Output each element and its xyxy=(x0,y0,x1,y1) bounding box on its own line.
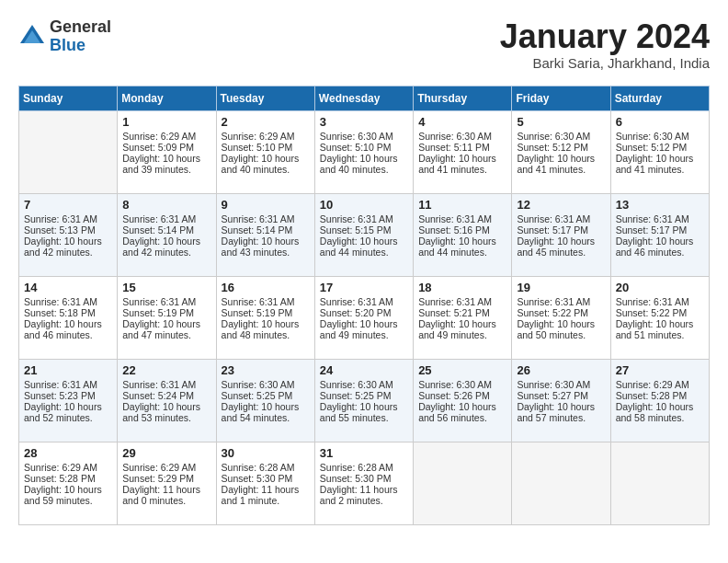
day-number: 7 xyxy=(24,198,112,212)
sunset-text: Sunset: 5:11 PM xyxy=(418,142,506,153)
calendar-cell: 19Sunrise: 6:31 AMSunset: 5:22 PMDayligh… xyxy=(512,276,610,359)
weekday-header: Monday xyxy=(118,86,216,110)
sunset-text: Sunset: 5:15 PM xyxy=(320,224,408,236)
weekday-header: Saturday xyxy=(610,86,709,110)
day-number: 2 xyxy=(222,115,310,129)
sunrise-text: Sunrise: 6:31 AM xyxy=(24,379,112,390)
calendar-table: SundayMondayTuesdayWednesdayThursdayFrid… xyxy=(18,86,710,525)
sunset-text: Sunset: 5:09 PM xyxy=(122,142,210,153)
sunrise-text: Sunrise: 6:31 AM xyxy=(320,296,408,307)
daylight-text: Daylight: 10 hours and 59 minutes. xyxy=(24,484,112,506)
daylight-text: Daylight: 10 hours and 42 minutes. xyxy=(122,236,210,258)
sunset-text: Sunset: 5:23 PM xyxy=(24,390,112,401)
calendar-cell xyxy=(19,110,118,193)
daylight-text: Daylight: 11 hours and 2 minutes. xyxy=(320,484,408,506)
day-number: 30 xyxy=(222,446,310,460)
sunrise-text: Sunrise: 6:31 AM xyxy=(122,379,210,390)
logo-general: General xyxy=(50,18,111,37)
daylight-text: Daylight: 10 hours and 57 minutes. xyxy=(517,401,605,423)
sunset-text: Sunset: 5:13 PM xyxy=(24,224,112,236)
calendar-cell: 27Sunrise: 6:29 AMSunset: 5:28 PMDayligh… xyxy=(610,359,709,442)
day-number: 8 xyxy=(122,198,210,212)
calendar-cell: 4Sunrise: 6:30 AMSunset: 5:11 PMDaylight… xyxy=(414,110,512,193)
sunset-text: Sunset: 5:30 PM xyxy=(222,473,310,484)
daylight-text: Daylight: 10 hours and 55 minutes. xyxy=(320,401,408,423)
calendar-cell xyxy=(512,442,610,524)
calendar-cell: 17Sunrise: 6:31 AMSunset: 5:20 PMDayligh… xyxy=(314,276,413,359)
sunset-text: Sunset: 5:17 PM xyxy=(517,224,605,236)
daylight-text: Daylight: 10 hours and 48 minutes. xyxy=(222,318,310,340)
sunrise-text: Sunrise: 6:31 AM xyxy=(222,213,310,224)
daylight-text: Daylight: 10 hours and 42 minutes. xyxy=(24,236,112,258)
calendar-cell: 12Sunrise: 6:31 AMSunset: 5:17 PMDayligh… xyxy=(512,193,610,276)
sunrise-text: Sunrise: 6:31 AM xyxy=(418,213,506,224)
calendar-cell: 7Sunrise: 6:31 AMSunset: 5:13 PMDaylight… xyxy=(19,193,118,276)
daylight-text: Daylight: 10 hours and 53 minutes. xyxy=(122,401,210,423)
day-number: 18 xyxy=(418,281,506,294)
sunset-text: Sunset: 5:10 PM xyxy=(222,142,310,153)
sunset-text: Sunset: 5:29 PM xyxy=(122,473,210,484)
daylight-text: Daylight: 10 hours and 40 minutes. xyxy=(320,153,408,175)
sunset-text: Sunset: 5:12 PM xyxy=(616,142,704,153)
title-block: January 2024 Barki Saria, Jharkhand, Ind… xyxy=(500,18,710,71)
sunset-text: Sunset: 5:28 PM xyxy=(616,390,704,401)
sunrise-text: Sunrise: 6:31 AM xyxy=(24,213,112,224)
day-number: 28 xyxy=(24,446,112,460)
calendar-cell: 8Sunrise: 6:31 AMSunset: 5:14 PMDaylight… xyxy=(118,193,216,276)
calendar-week-row: 1Sunrise: 6:29 AMSunset: 5:09 PMDaylight… xyxy=(19,110,710,193)
daylight-text: Daylight: 10 hours and 49 minutes. xyxy=(418,318,506,340)
calendar-cell: 6Sunrise: 6:30 AMSunset: 5:12 PMDaylight… xyxy=(610,110,709,193)
calendar-cell: 28Sunrise: 6:29 AMSunset: 5:28 PMDayligh… xyxy=(19,442,118,524)
daylight-text: Daylight: 10 hours and 40 minutes. xyxy=(222,153,310,175)
day-number: 3 xyxy=(320,115,408,129)
calendar-week-row: 14Sunrise: 6:31 AMSunset: 5:18 PMDayligh… xyxy=(19,276,710,359)
sunset-text: Sunset: 5:14 PM xyxy=(122,224,210,236)
sunset-text: Sunset: 5:19 PM xyxy=(122,307,210,318)
day-number: 25 xyxy=(418,363,506,377)
calendar-cell: 22Sunrise: 6:31 AMSunset: 5:24 PMDayligh… xyxy=(118,359,216,442)
sunrise-text: Sunrise: 6:29 AM xyxy=(616,379,704,390)
logo-blue: Blue xyxy=(50,37,111,55)
calendar-cell: 21Sunrise: 6:31 AMSunset: 5:23 PMDayligh… xyxy=(19,359,118,442)
logo-text: General Blue xyxy=(50,18,111,55)
calendar-cell: 24Sunrise: 6:30 AMSunset: 5:25 PMDayligh… xyxy=(314,359,413,442)
sunset-text: Sunset: 5:10 PM xyxy=(320,142,408,153)
sunrise-text: Sunrise: 6:30 AM xyxy=(418,379,506,390)
daylight-text: Daylight: 10 hours and 50 minutes. xyxy=(517,318,605,340)
sunset-text: Sunset: 5:30 PM xyxy=(320,473,408,484)
daylight-text: Daylight: 10 hours and 51 minutes. xyxy=(616,318,704,340)
sunrise-text: Sunrise: 6:31 AM xyxy=(122,213,210,224)
calendar-week-row: 21Sunrise: 6:31 AMSunset: 5:23 PMDayligh… xyxy=(19,359,710,442)
calendar-cell: 29Sunrise: 6:29 AMSunset: 5:29 PMDayligh… xyxy=(118,442,216,524)
calendar-cell: 16Sunrise: 6:31 AMSunset: 5:19 PMDayligh… xyxy=(216,276,314,359)
day-number: 10 xyxy=(320,198,408,212)
daylight-text: Daylight: 10 hours and 45 minutes. xyxy=(517,236,605,258)
day-number: 31 xyxy=(320,446,408,460)
sunset-text: Sunset: 5:25 PM xyxy=(222,390,310,401)
daylight-text: Daylight: 11 hours and 0 minutes. xyxy=(122,484,210,506)
sunrise-text: Sunrise: 6:31 AM xyxy=(24,296,112,307)
day-number: 19 xyxy=(517,281,605,294)
calendar-cell: 13Sunrise: 6:31 AMSunset: 5:17 PMDayligh… xyxy=(610,193,709,276)
sunset-text: Sunset: 5:22 PM xyxy=(517,307,605,318)
daylight-text: Daylight: 10 hours and 54 minutes. xyxy=(222,401,310,423)
sunrise-text: Sunrise: 6:31 AM xyxy=(122,296,210,307)
sunrise-text: Sunrise: 6:29 AM xyxy=(24,462,112,473)
day-number: 29 xyxy=(122,446,210,460)
sunset-text: Sunset: 5:24 PM xyxy=(122,390,210,401)
sunrise-text: Sunrise: 6:30 AM xyxy=(418,131,506,142)
sunset-text: Sunset: 5:16 PM xyxy=(418,224,506,236)
sunset-text: Sunset: 5:25 PM xyxy=(320,390,408,401)
location: Barki Saria, Jharkhand, India xyxy=(500,55,710,71)
day-number: 1 xyxy=(122,115,210,129)
day-number: 27 xyxy=(616,363,704,377)
daylight-text: Daylight: 10 hours and 41 minutes. xyxy=(616,153,704,175)
sunset-text: Sunset: 5:17 PM xyxy=(616,224,704,236)
sunset-text: Sunset: 5:19 PM xyxy=(222,307,310,318)
day-number: 4 xyxy=(418,115,506,129)
calendar-cell: 3Sunrise: 6:30 AMSunset: 5:10 PMDaylight… xyxy=(314,110,413,193)
daylight-text: Daylight: 10 hours and 47 minutes. xyxy=(122,318,210,340)
day-number: 26 xyxy=(517,363,605,377)
calendar-cell: 9Sunrise: 6:31 AMSunset: 5:14 PMDaylight… xyxy=(216,193,314,276)
day-number: 17 xyxy=(320,281,408,294)
